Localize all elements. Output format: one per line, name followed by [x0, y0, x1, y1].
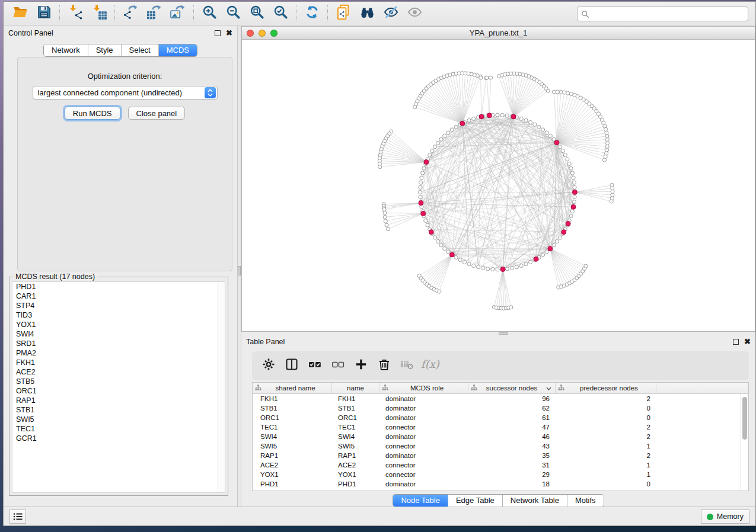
table-scrollbar[interactable] — [741, 394, 748, 491]
network-node[interactable] — [438, 290, 441, 293]
column-header-successor-nodes[interactable]: successor nodes — [468, 383, 556, 393]
table-row[interactable]: SWI5SWI5connector431 — [253, 441, 741, 451]
cell-shared-name[interactable]: ORC1 — [253, 413, 332, 422]
network-node[interactable] — [541, 128, 545, 132]
tab-network[interactable]: Network — [44, 44, 88, 56]
network-node[interactable] — [384, 219, 387, 223]
network-node[interactable] — [610, 183, 614, 187]
cell-shared-name[interactable]: ACE2 — [253, 460, 332, 470]
network-node[interactable] — [558, 145, 562, 149]
float-window-icon[interactable] — [733, 339, 739, 345]
mcds-node[interactable] — [548, 246, 553, 251]
mcds-node[interactable] — [429, 230, 433, 235]
network-node[interactable] — [569, 214, 573, 218]
network-node[interactable] — [569, 92, 573, 95]
network-node[interactable] — [558, 236, 562, 239]
network-node[interactable] — [505, 267, 509, 271]
network-node[interactable] — [509, 306, 513, 309]
mcds-node[interactable] — [424, 160, 429, 165]
mcds-node[interactable] — [487, 113, 492, 118]
network-node[interactable] — [433, 145, 436, 149]
network-node[interactable] — [383, 215, 387, 219]
network-node[interactable] — [378, 165, 382, 169]
network-node[interactable] — [491, 267, 495, 271]
network-node[interactable] — [385, 223, 388, 227]
cell-name[interactable]: TEC1 — [332, 422, 379, 432]
cell-predecessor-nodes[interactable]: 1 — [556, 470, 656, 479]
network-node[interactable] — [439, 243, 443, 247]
network-node[interactable] — [383, 211, 387, 214]
mcds-node[interactable] — [511, 114, 516, 119]
cell-MCDS-role[interactable]: connector — [379, 422, 468, 432]
cell-shared-name[interactable]: SWI4 — [253, 432, 332, 441]
close-panel-icon[interactable]: ✖ — [226, 30, 232, 36]
column-header-shared-name[interactable]: shared name — [253, 383, 332, 393]
table-row[interactable]: RAP1RAP1dominator352 — [253, 451, 741, 460]
zoom-selected-region-button[interactable] — [269, 4, 292, 24]
mcds-node[interactable] — [449, 252, 454, 257]
table-row[interactable]: SWI4SWI4dominator462 — [253, 432, 741, 441]
network-node[interactable] — [472, 264, 476, 267]
cell-shared-name[interactable]: SWI5 — [253, 441, 332, 451]
network-node[interactable] — [528, 120, 532, 124]
cell-shared-name[interactable]: FKH1 — [253, 394, 332, 403]
network-node[interactable] — [545, 131, 548, 134]
network-node[interactable] — [472, 117, 476, 120]
network-node[interactable] — [572, 181, 576, 184]
search-box[interactable] — [577, 7, 748, 21]
cell-MCDS-role[interactable]: connector — [379, 470, 468, 479]
cell-name[interactable]: SWI4 — [332, 432, 379, 441]
network-node[interactable] — [524, 118, 528, 122]
network-node[interactable] — [500, 113, 504, 117]
task-history-button[interactable] — [9, 509, 26, 524]
export-network-button[interactable] — [119, 4, 142, 24]
network-node[interactable] — [454, 255, 458, 259]
mcds-node[interactable] — [554, 140, 559, 145]
network-node[interactable] — [443, 134, 446, 137]
export-image-button[interactable] — [166, 4, 190, 24]
network-node[interactable] — [567, 162, 571, 165]
network-node[interactable] — [505, 114, 509, 117]
network-node[interactable] — [552, 90, 556, 94]
network-node[interactable] — [605, 134, 609, 138]
tab-mcds[interactable]: MCDS — [159, 44, 197, 56]
create-new-column-button[interactable] — [353, 357, 369, 374]
network-node[interactable] — [605, 145, 609, 148]
mcds-result-item[interactable]: ACE2 — [12, 367, 225, 377]
table-row[interactable]: FKH1FKH1dominator962 — [253, 394, 741, 403]
delete-columns-button[interactable] — [376, 357, 393, 374]
mcds-result-item[interactable]: ORC1 — [12, 386, 225, 396]
network-node[interactable] — [605, 131, 608, 134]
cell-predecessor-nodes[interactable]: 2 — [556, 422, 656, 432]
mcds-result-item[interactable]: TID3 — [12, 310, 225, 320]
mcds-result-item[interactable]: GCR1 — [12, 434, 225, 443]
column-header-name[interactable]: name — [332, 383, 379, 393]
network-node[interactable] — [605, 141, 609, 145]
network-node[interactable] — [467, 118, 471, 122]
network-node[interactable] — [497, 75, 500, 78]
network-node[interactable] — [454, 125, 458, 129]
mcds-node[interactable] — [566, 222, 570, 226]
export-table-button[interactable] — [142, 4, 166, 24]
cell-successor-nodes[interactable]: 18 — [468, 479, 556, 489]
cell-MCDS-role[interactable]: dominator — [379, 432, 468, 441]
network-node[interactable] — [420, 176, 423, 180]
table-row[interactable]: STB1STB1dominator620 — [253, 403, 741, 413]
new-network-from-selection-button[interactable] — [331, 4, 355, 24]
mcds-result-item[interactable]: YOX1 — [12, 320, 225, 329]
network-node[interactable] — [552, 243, 556, 247]
network-node[interactable] — [563, 153, 567, 157]
network-node[interactable] — [382, 207, 386, 211]
column-header-predecessor-nodes[interactable]: predecessor nodes — [556, 383, 656, 393]
cell-successor-nodes[interactable]: 96 — [468, 394, 556, 403]
cell-predecessor-nodes[interactable]: 1 — [556, 460, 656, 470]
tab-select[interactable]: Select — [122, 44, 159, 56]
network-node[interactable] — [533, 123, 537, 126]
network-node[interactable] — [563, 91, 566, 94]
save-session-button[interactable] — [32, 4, 56, 24]
network-node[interactable] — [605, 137, 609, 141]
cell-successor-nodes[interactable]: 31 — [468, 460, 556, 470]
tab-style[interactable]: Style — [88, 44, 122, 56]
mcds-list-scrollbar[interactable] — [218, 282, 225, 492]
hide-selected-button[interactable] — [379, 4, 403, 24]
